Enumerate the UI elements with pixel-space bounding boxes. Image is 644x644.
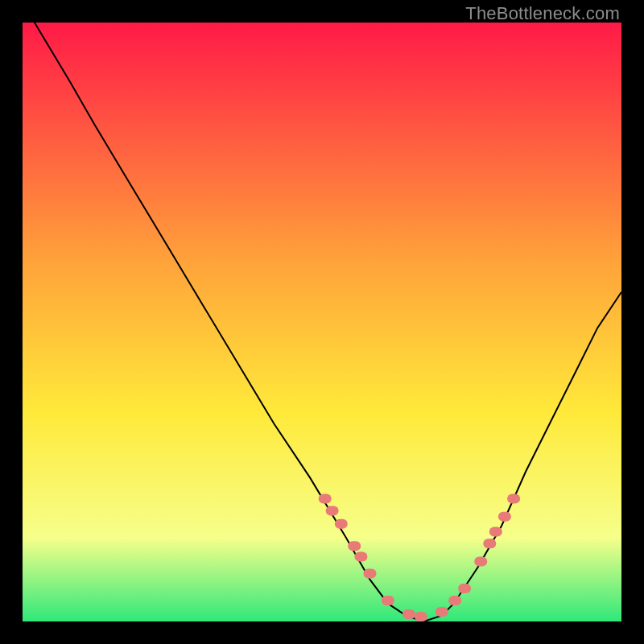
marker-dot: [474, 557, 487, 567]
marker-dot: [319, 494, 332, 504]
marker-dot: [498, 512, 511, 522]
chart-frame: [23, 23, 621, 621]
marker-dot: [382, 596, 394, 605]
marker-dot: [458, 584, 471, 593]
marker-dot: [415, 612, 427, 621]
marker-dot: [483, 539, 496, 548]
marker-dot: [335, 519, 348, 529]
marker-dot: [402, 609, 415, 619]
marker-dot: [354, 552, 367, 562]
watermark-text: TheBottleneck.com: [465, 3, 620, 24]
marker-dot: [489, 526, 502, 536]
marker-dot: [507, 494, 520, 504]
marker-dot: [448, 596, 461, 605]
marker-dot: [326, 506, 339, 515]
marker-dot: [364, 569, 377, 579]
marker-dot: [348, 541, 361, 551]
marker-dot: [436, 607, 448, 617]
gradient-background: [23, 23, 621, 621]
bottleneck-chart: [23, 23, 621, 621]
